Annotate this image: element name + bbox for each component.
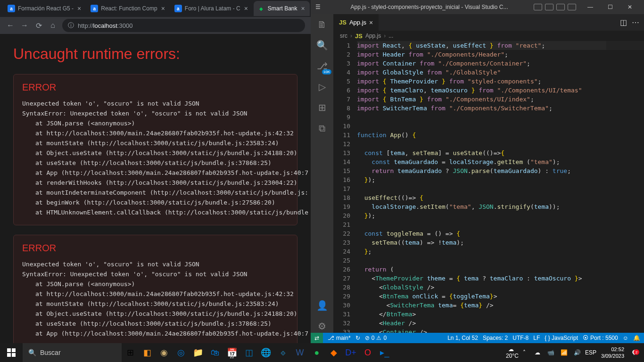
- git-branch[interactable]: ⎇ main*: [328, 335, 351, 341]
- app-icon-explorer[interactable]: 📁: [190, 343, 206, 362]
- split-editor-icon[interactable]: ◫: [620, 18, 627, 27]
- js-file-icon: JS: [355, 33, 363, 40]
- hamburger-icon[interactable]: ☰: [315, 4, 325, 10]
- eol[interactable]: LF: [533, 335, 540, 341]
- more-actions-icon[interactable]: ⋯: [632, 18, 639, 27]
- tab-label-1: React: Function Comp: [101, 5, 157, 12]
- start-button[interactable]: [0, 343, 23, 362]
- layout-btn-1[interactable]: [534, 4, 542, 10]
- code-editor[interactable]: 1234567891011121314151617181920212223242…: [333, 41, 644, 333]
- cursor-position[interactable]: Ln 1, Col 52: [447, 335, 478, 341]
- editor-tab-close-icon[interactable]: ×: [369, 19, 373, 26]
- remote-indicator[interactable]: ⇄: [311, 333, 323, 343]
- tab-favicon-3: ◆: [257, 5, 265, 12]
- layout-btn-2[interactable]: [545, 4, 553, 10]
- line-gutter: 1234567891011121314151617181920212223242…: [333, 41, 357, 333]
- browser-tab-0[interactable]: aFormación React G5 -×: [4, 1, 86, 16]
- remote-icon[interactable]: ⧉: [315, 122, 329, 135]
- app-icon-vscode[interactable]: ⟐: [274, 343, 291, 362]
- code-content[interactable]: import React, { useState, useEffect } fr…: [357, 41, 644, 333]
- browser-tab-2[interactable]: aForo | Alura Latam - C×: [171, 1, 253, 16]
- nav-back-icon[interactable]: ←: [6, 21, 15, 30]
- browser-tab-3[interactable]: ◆Smart Bank×: [254, 1, 310, 16]
- task-view-icon[interactable]: ⊞: [122, 343, 139, 362]
- source-control-icon[interactable]: ⎇: [315, 59, 329, 73]
- breadcrumb[interactable]: src › JS App.js › ...: [333, 31, 644, 41]
- stack-line: at useState (http://localhost:3000/stati…: [22, 319, 289, 329]
- system-tray: ☁ 20°C ˄ ☁ 📹 📶 🔊 ESP 02:52 3/09/2023 💬: [506, 346, 644, 359]
- app-icon-terminal[interactable]: ▸_: [376, 343, 393, 362]
- meet-now-icon[interactable]: 📹: [545, 349, 556, 356]
- layout-btn-3[interactable]: [556, 4, 565, 10]
- nav-home-icon[interactable]: ⌂: [48, 21, 58, 30]
- account-icon[interactable]: 👤: [315, 299, 329, 312]
- nav-forward-icon[interactable]: →: [20, 21, 29, 30]
- browser-viewport: Uncaught runtime errors: ERROR Unexpecte…: [0, 34, 311, 343]
- minimize-icon[interactable]: —: [581, 0, 600, 14]
- windows-logo-icon: [7, 348, 16, 357]
- nav-reload-icon[interactable]: ⟳: [34, 21, 43, 30]
- diagnostics[interactable]: ⊘ 0 ⚠ 0: [365, 335, 387, 341]
- input-language[interactable]: ESP: [585, 349, 595, 356]
- tray-overflow-icon[interactable]: ˄: [519, 349, 529, 356]
- action-center-icon[interactable]: 💬: [630, 349, 640, 356]
- maximize-icon[interactable]: ☐: [601, 0, 619, 14]
- app-icon-trello[interactable]: ◫: [240, 343, 257, 362]
- close-icon[interactable]: ✕: [620, 0, 639, 14]
- stack-line: at beginWork (http://localhost:3000/stat…: [22, 197, 289, 207]
- breadcrumb-item[interactable]: src: [340, 33, 347, 39]
- wifi-icon[interactable]: 📶: [559, 349, 569, 356]
- stack-line: at Object.useState (http://localhost:300…: [22, 148, 289, 158]
- layout-btn-4[interactable]: [568, 4, 576, 10]
- extensions-icon[interactable]: ⊞: [315, 101, 329, 114]
- layout-controls: [534, 4, 576, 10]
- volume-icon[interactable]: 🔊: [572, 349, 582, 356]
- feedback-icon[interactable]: ☺: [623, 335, 628, 341]
- breadcrumb-item[interactable]: App.js: [365, 33, 381, 39]
- vscode-titlebar[interactable]: ☰ App.js - styled-components-proyecto_in…: [311, 0, 644, 14]
- settings-icon[interactable]: ⚙: [315, 320, 329, 333]
- tab-close-0[interactable]: ×: [76, 5, 82, 12]
- app-icon-disney[interactable]: D+: [342, 343, 359, 362]
- tab-label-0: Formación React G5 -: [18, 5, 74, 12]
- tab-close-2[interactable]: ×: [243, 5, 249, 12]
- debug-icon[interactable]: ▷: [315, 80, 329, 93]
- app-icon-opera[interactable]: O: [359, 343, 376, 362]
- breadcrumb-item[interactable]: ...: [388, 33, 393, 39]
- chevron-right-icon: ›: [384, 33, 386, 39]
- editor-tab-appjs[interactable]: JS App.js ×: [333, 14, 379, 31]
- live-server-port[interactable]: ⦿ Port : 5500: [583, 335, 618, 341]
- language-mode[interactable]: { } JavaScript: [545, 335, 578, 341]
- vscode-title: App.js - styled-components-proyecto_inic…: [325, 4, 534, 10]
- tab-close-3[interactable]: ×: [300, 5, 306, 12]
- minimap[interactable]: [606, 41, 644, 333]
- onedrive-icon[interactable]: ☁: [532, 349, 543, 356]
- browser-tab-1[interactable]: aReact: Function Comp×: [87, 1, 170, 16]
- search-icon[interactable]: 🔍: [315, 39, 329, 52]
- app-icon-word[interactable]: W: [291, 343, 308, 362]
- app-icon-edge[interactable]: ◎: [173, 343, 190, 362]
- encoding[interactable]: UTF-8: [512, 335, 528, 341]
- taskbar-search[interactable]: 🔍 Buscar: [23, 343, 122, 362]
- explorer-icon[interactable]: 🗎: [315, 18, 329, 31]
- clock[interactable]: 02:52 3/09/2023: [598, 346, 627, 359]
- clock-date: 3/09/2023: [601, 353, 624, 359]
- stack-line: at http://localhost:3000/main.24ae286807…: [22, 289, 289, 299]
- sync-icon[interactable]: ↻: [355, 335, 360, 341]
- app-icon-spotify[interactable]: ●: [308, 343, 325, 362]
- site-info-icon[interactable]: ⓘ: [68, 21, 74, 30]
- tab-label-3: Smart Bank: [268, 5, 297, 12]
- weather-widget[interactable]: ☁ 20°C: [506, 346, 516, 359]
- app-icon-misc[interactable]: ◆: [325, 343, 342, 362]
- app-icon-lol[interactable]: ◉: [156, 343, 173, 362]
- app-icon-fusion[interactable]: ◧: [139, 343, 156, 362]
- indentation[interactable]: Spaces: 2: [483, 335, 508, 341]
- stack-line: at renderWithHooks (http://localhost:300…: [22, 178, 289, 188]
- tab-close-1[interactable]: ×: [160, 5, 166, 12]
- url-bar[interactable]: ⓘ http://localhost:3000: [62, 19, 305, 32]
- app-icon-store[interactable]: 🛍: [206, 343, 223, 362]
- app-icon-chrome[interactable]: 🌐: [257, 343, 274, 362]
- notifications-icon[interactable]: 🔔: [633, 335, 640, 341]
- stack-line: at mountState (http://localhost:3000/sta…: [22, 299, 289, 309]
- app-icon-calendar[interactable]: 📅: [223, 343, 240, 362]
